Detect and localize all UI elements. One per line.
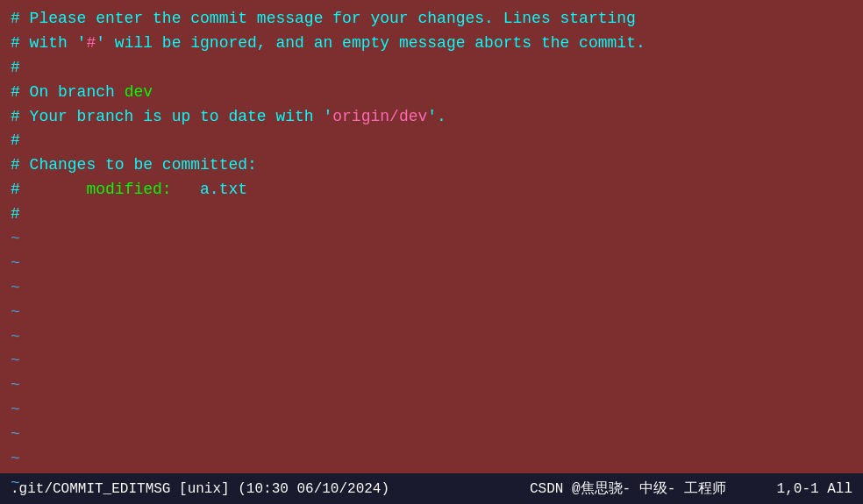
tilde-1: ~ [11,227,852,252]
tilde-7: ~ [11,373,852,398]
status-file-info: .git/COMMIT_EDITMSG [unix] (10:30 06/10/… [11,481,389,497]
tilde-10: ~ [11,447,852,472]
tilde-8: ~ [11,398,852,422]
line-5: # Your branch is up to date with 'origin… [11,105,852,130]
line-8: # modified: a.txt [11,178,852,202]
tilde-3: ~ [11,276,852,301]
tilde-9: ~ [11,422,852,447]
line-9: # [11,202,852,227]
line-1: # Please enter the commit message for yo… [11,7,852,32]
editor-area[interactable]: # Please enter the commit message for yo… [0,0,863,473]
tilde-5: ~ [11,325,852,350]
line-6: # [11,129,852,153]
line-3: # [11,56,852,81]
tilde-6: ~ [11,349,852,373]
status-csdn-label: CSDN @焦思骁- 中级- 工程师 [530,481,726,497]
status-bar: .git/COMMIT_EDITMSG [unix] (10:30 06/10/… [0,473,863,504]
line-4: # On branch dev [11,81,852,105]
line-7: # Changes to be committed: [11,153,852,178]
tilde-2: ~ [11,252,852,276]
tilde-4: ~ [11,301,852,325]
status-position: 1,0-1 All [777,481,852,497]
line-2: # with '#' will be ignored, and an empty… [11,32,852,56]
status-right-info: CSDN @焦思骁- 中级- 工程师 1,0-1 All [530,479,852,498]
